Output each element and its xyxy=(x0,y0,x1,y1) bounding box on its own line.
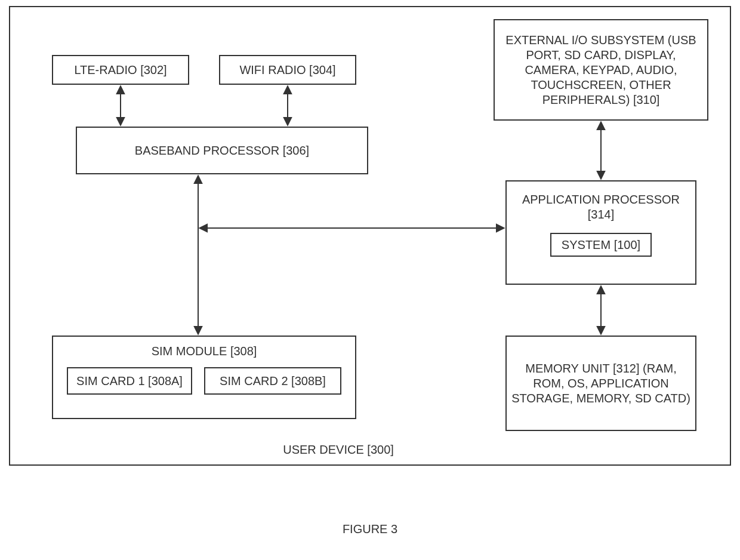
block-baseband-processor: BASEBAND PROCESSOR [306] xyxy=(76,127,368,174)
block-sim-card-1: SIM CARD 1 [308A] xyxy=(67,367,192,395)
block-label: APPLICATION PROCESSOR [314] xyxy=(511,192,690,222)
block-sim-card-2: SIM CARD 2 [308B] xyxy=(204,367,341,395)
block-memory-unit: MEMORY UNIT [312] (RAM, ROM, OS, APPLICA… xyxy=(505,336,696,431)
diagram-frame: LTE-RADIO [302] WIFI RADIO [304] BASEBAN… xyxy=(9,6,731,466)
block-label: SIM CARD 1 [308A] xyxy=(76,374,183,389)
block-label: SIM MODULE [308] xyxy=(152,344,257,359)
block-sim-module: SIM MODULE [308] SIM CARD 1 [308A] SIM C… xyxy=(52,336,356,419)
block-lte-radio: LTE-RADIO [302] xyxy=(52,55,189,85)
block-system: SYSTEM [100] xyxy=(550,233,652,257)
figure-caption: FIGURE 3 xyxy=(280,522,460,536)
block-application-processor: APPLICATION PROCESSOR [314] SYSTEM [100] xyxy=(505,180,696,285)
block-label: MEMORY UNIT [312] (RAM, ROM, OS, APPLICA… xyxy=(511,361,690,406)
block-label: BASEBAND PROCESSOR [306] xyxy=(135,143,309,158)
block-label: EXTERNAL I/O SUBSYSTEM (USB PORT, SD CAR… xyxy=(500,33,702,107)
block-label: LTE-RADIO [302] xyxy=(74,63,166,78)
block-label: SYSTEM [100] xyxy=(562,238,640,253)
block-external-io: EXTERNAL I/O SUBSYSTEM (USB PORT, SD CAR… xyxy=(494,19,708,121)
caption-text: FIGURE 3 xyxy=(343,522,397,536)
block-wifi-radio: WIFI RADIO [304] xyxy=(219,55,356,85)
block-label: SIM CARD 2 [308B] xyxy=(220,374,326,389)
device-caption: USER DEVICE [300] xyxy=(249,443,428,457)
caption-text: USER DEVICE [300] xyxy=(283,443,394,456)
block-label: WIFI RADIO [304] xyxy=(239,63,335,78)
